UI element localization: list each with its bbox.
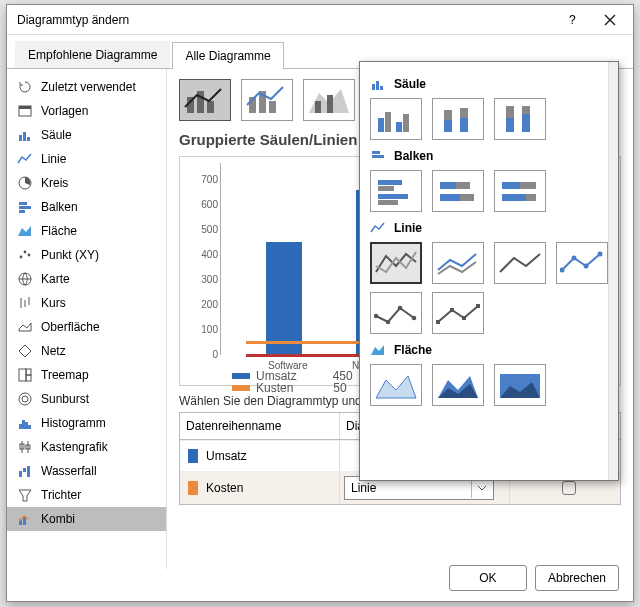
tab-all[interactable]: Alle Diagramme bbox=[172, 42, 283, 69]
change-chart-type-dialog: Diagrammtyp ändern ? Empfohlene Diagramm… bbox=[6, 4, 634, 602]
sidebar-item-templates[interactable]: Vorlagen bbox=[7, 99, 166, 123]
sidebar-item-bar[interactable]: Balken bbox=[7, 195, 166, 219]
popup-scrollbar[interactable] bbox=[608, 62, 618, 480]
funnel-icon bbox=[17, 487, 33, 503]
sidebar-item-recent[interactable]: Zuletzt verwendet bbox=[7, 75, 166, 99]
thumb-stacked-column[interactable] bbox=[432, 98, 484, 140]
secondary-axis-checkbox[interactable] bbox=[562, 481, 576, 495]
thumb-100-stacked-bar[interactable] bbox=[494, 170, 546, 212]
close-button[interactable] bbox=[591, 6, 629, 34]
svg-rect-21 bbox=[19, 369, 26, 381]
y-axis: 0 100 200 300 400 500 600 700 bbox=[220, 163, 221, 355]
thumb-100-stacked-area[interactable] bbox=[494, 364, 546, 406]
sidebar-item-label: Histogramm bbox=[41, 416, 106, 430]
svg-rect-36 bbox=[27, 466, 30, 477]
thumb-stacked-area[interactable] bbox=[432, 364, 484, 406]
section-area: Fläche bbox=[370, 342, 608, 358]
pie-icon bbox=[17, 175, 33, 191]
header-name: Datenreihenname bbox=[180, 413, 340, 439]
thumb-area[interactable] bbox=[370, 364, 422, 406]
svg-rect-75 bbox=[440, 194, 460, 201]
tab-recommended[interactable]: Empfohlene Diagramme bbox=[15, 41, 170, 68]
sidebar-item-label: Kurs bbox=[41, 296, 66, 310]
subtype-clustered-column-line[interactable] bbox=[179, 79, 231, 121]
subtype-stacked-area-column[interactable] bbox=[303, 79, 355, 121]
sidebar-item-boxplot[interactable]: Kastengrafik bbox=[7, 435, 166, 459]
svg-rect-53 bbox=[380, 86, 383, 90]
svg-point-86 bbox=[398, 306, 403, 311]
sidebar-item-funnel[interactable]: Trichter bbox=[7, 483, 166, 507]
surface-icon bbox=[17, 319, 33, 335]
line-icon bbox=[17, 151, 33, 167]
svg-rect-67 bbox=[372, 155, 384, 158]
stock-icon bbox=[17, 295, 33, 311]
ok-button[interactable]: OK bbox=[449, 565, 527, 591]
svg-rect-5 bbox=[19, 135, 22, 141]
svg-point-13 bbox=[20, 256, 23, 259]
svg-rect-88 bbox=[436, 320, 440, 324]
subtype-clustered-column-line-secondary[interactable] bbox=[241, 79, 293, 121]
sidebar-item-label: Balken bbox=[41, 200, 78, 214]
line-icon bbox=[370, 220, 386, 236]
sidebar-item-label: Kastengrafik bbox=[41, 440, 108, 454]
chevron-down-icon bbox=[471, 478, 491, 498]
svg-rect-7 bbox=[27, 137, 30, 141]
svg-rect-63 bbox=[506, 118, 514, 132]
column-icon bbox=[370, 76, 386, 92]
sidebar-item-sunburst[interactable]: Sunburst bbox=[7, 387, 166, 411]
column-icon bbox=[17, 127, 33, 143]
svg-rect-4 bbox=[19, 106, 31, 109]
svg-point-25 bbox=[22, 396, 28, 402]
map-icon bbox=[17, 271, 33, 287]
sidebar-item-treemap[interactable]: Treemap bbox=[7, 363, 166, 387]
thumb-100-stacked-column[interactable] bbox=[494, 98, 546, 140]
thumb-stacked-bar[interactable] bbox=[432, 170, 484, 212]
thumb-line[interactable] bbox=[370, 242, 422, 284]
sidebar-item-histogram[interactable]: Histogramm bbox=[7, 411, 166, 435]
sunburst-icon bbox=[17, 391, 33, 407]
thumb-stacked-line[interactable] bbox=[432, 242, 484, 284]
svg-rect-56 bbox=[396, 122, 402, 132]
cancel-button[interactable]: Abbrechen bbox=[535, 565, 619, 591]
thumb-clustered-bar[interactable] bbox=[370, 170, 422, 212]
svg-point-85 bbox=[386, 320, 391, 325]
sidebar-item-map[interactable]: Karte bbox=[7, 267, 166, 291]
sidebar-item-surface[interactable]: Oberfläche bbox=[7, 315, 166, 339]
svg-rect-39 bbox=[23, 517, 26, 525]
thumb-100-stacked-line[interactable] bbox=[494, 242, 546, 284]
svg-rect-65 bbox=[522, 114, 530, 132]
svg-rect-66 bbox=[372, 151, 380, 154]
sidebar-item-xy[interactable]: Punkt (XY) bbox=[7, 243, 166, 267]
svg-marker-12 bbox=[18, 226, 31, 236]
svg-text:?: ? bbox=[569, 14, 576, 26]
sidebar-item-column[interactable]: Säule bbox=[7, 123, 166, 147]
bar-icon bbox=[370, 148, 386, 164]
swatch-kosten bbox=[188, 481, 198, 495]
svg-rect-42 bbox=[207, 101, 214, 113]
sidebar-item-label: Zuletzt verwendet bbox=[41, 80, 136, 94]
svg-rect-55 bbox=[385, 112, 391, 132]
area-icon bbox=[370, 342, 386, 358]
thumb-100-stacked-line-markers[interactable] bbox=[432, 292, 484, 334]
sidebar-item-combo[interactable]: Kombi bbox=[7, 507, 166, 531]
dialog-title: Diagrammtyp ändern bbox=[17, 13, 553, 27]
sidebar-item-radar[interactable]: Netz bbox=[7, 339, 166, 363]
sidebar-item-area[interactable]: Fläche bbox=[7, 219, 166, 243]
boxplot-icon bbox=[17, 439, 33, 455]
sidebar-item-label: Wasserfall bbox=[41, 464, 97, 478]
sidebar-item-label: Sunburst bbox=[41, 392, 89, 406]
thumb-line-markers[interactable] bbox=[556, 242, 608, 284]
bar-icon bbox=[17, 199, 33, 215]
svg-rect-89 bbox=[450, 308, 454, 312]
thumb-clustered-column[interactable] bbox=[370, 98, 422, 140]
sidebar-item-stock[interactable]: Kurs bbox=[7, 291, 166, 315]
help-button[interactable]: ? bbox=[553, 6, 591, 34]
svg-point-81 bbox=[572, 256, 577, 261]
sidebar-item-label: Karte bbox=[41, 272, 70, 286]
thumb-stacked-line-markers[interactable] bbox=[370, 292, 422, 334]
sidebar-item-line[interactable]: Linie bbox=[7, 147, 166, 171]
sidebar-item-pie[interactable]: Kreis bbox=[7, 171, 166, 195]
svg-rect-71 bbox=[378, 200, 398, 205]
sidebar-item-waterfall[interactable]: Wasserfall bbox=[7, 459, 166, 483]
svg-rect-77 bbox=[502, 182, 520, 189]
